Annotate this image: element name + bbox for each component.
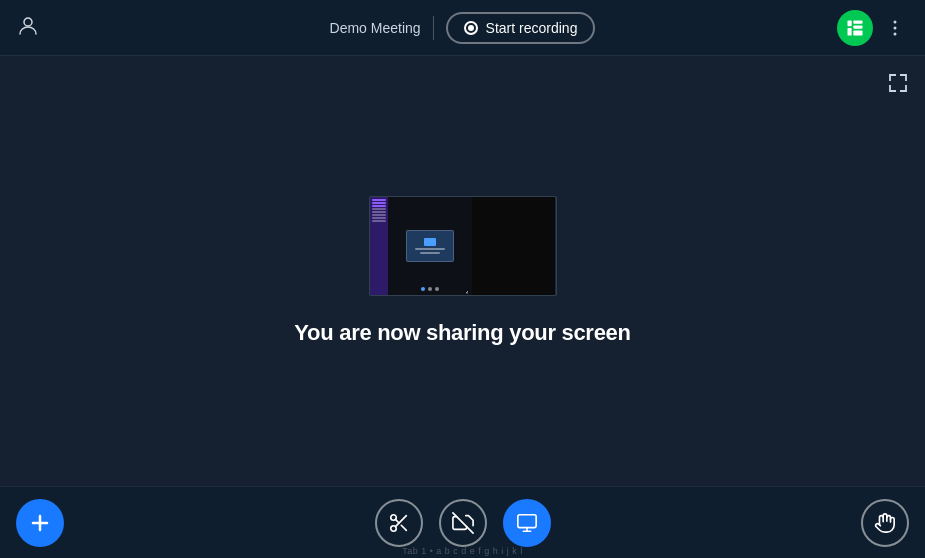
svg-line-15 bbox=[395, 519, 399, 523]
record-dot-icon bbox=[464, 21, 478, 35]
bottom-status-text: Tab 1 • a b c d e f g h i j k l bbox=[402, 546, 523, 556]
bottom-status-bar: Tab 1 • a b c d e f g h i j k l bbox=[0, 544, 925, 558]
screen-preview-thumbnail bbox=[369, 196, 557, 296]
user-avatar-icon[interactable] bbox=[16, 14, 40, 42]
svg-line-14 bbox=[401, 525, 406, 530]
svg-rect-2 bbox=[853, 20, 862, 23]
svg-rect-17 bbox=[517, 514, 535, 527]
toolbar-left bbox=[16, 499, 64, 547]
expand-button[interactable] bbox=[883, 68, 913, 101]
raise-hand-button[interactable] bbox=[861, 499, 909, 547]
svg-rect-1 bbox=[848, 20, 852, 26]
header-divider bbox=[433, 16, 434, 40]
screen-share-message: You are now sharing your screen bbox=[294, 320, 630, 346]
svg-rect-3 bbox=[853, 25, 862, 28]
header: Demo Meeting Start recording bbox=[0, 0, 925, 56]
svg-point-6 bbox=[894, 20, 897, 23]
header-left bbox=[16, 14, 40, 42]
svg-point-7 bbox=[894, 26, 897, 29]
header-center: Demo Meeting Start recording bbox=[330, 12, 596, 44]
screen-share-button[interactable] bbox=[503, 499, 551, 547]
more-options-button[interactable] bbox=[881, 14, 909, 42]
svg-rect-5 bbox=[853, 30, 862, 35]
svg-rect-4 bbox=[848, 28, 852, 36]
header-right bbox=[837, 10, 909, 46]
start-recording-button[interactable]: Start recording bbox=[446, 12, 596, 44]
svg-point-0 bbox=[24, 18, 32, 26]
svg-point-8 bbox=[894, 32, 897, 35]
toolbar-right bbox=[861, 499, 909, 547]
scissors-button[interactable] bbox=[375, 499, 423, 547]
meeting-title: Demo Meeting bbox=[330, 20, 421, 36]
record-button-label: Start recording bbox=[486, 20, 578, 36]
main-content: You are now sharing your screen bbox=[0, 56, 925, 486]
record-dot-inner bbox=[468, 25, 474, 31]
user-avatar-button[interactable] bbox=[837, 10, 873, 46]
add-button[interactable] bbox=[16, 499, 64, 547]
bottom-toolbar: Tab 1 • a b c d e f g h i j k l bbox=[0, 486, 925, 558]
video-off-button[interactable] bbox=[439, 499, 487, 547]
toolbar-center bbox=[375, 499, 551, 547]
